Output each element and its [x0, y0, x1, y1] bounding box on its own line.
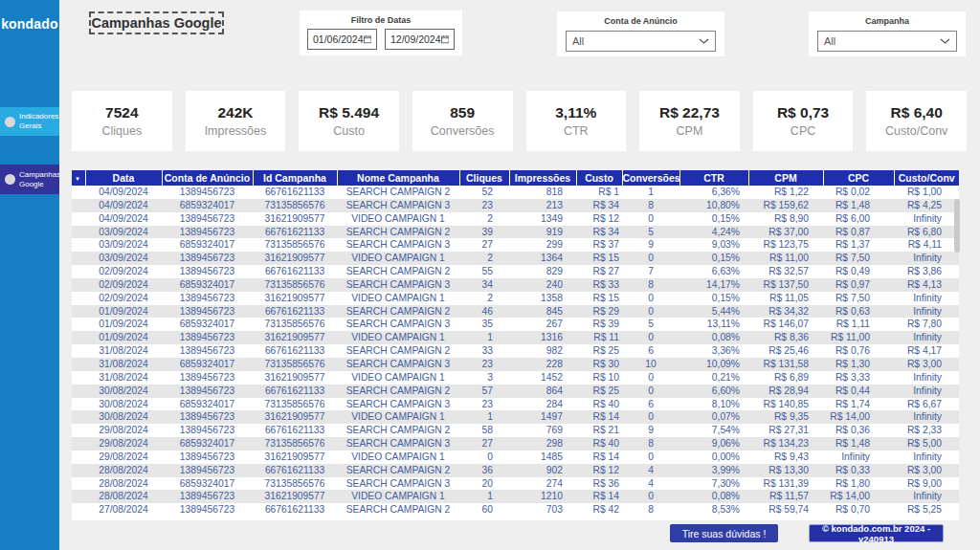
cell-cpc: R$ 0,76 [823, 344, 894, 358]
cell-nome-campanha: SEARCH CAMPAIGN 2 [337, 464, 459, 477]
cell-custo: R$ 12 [576, 464, 622, 477]
table-row[interactable]: 28/08/2024138945672366761621133SEARCH CA… [72, 464, 959, 477]
cell-data: 02/09/2024 [85, 292, 162, 305]
account-filter-panel: Conta de Anúncio All [557, 11, 724, 56]
table-row[interactable]: 31/08/2024685932401773135856576SEARCH CA… [72, 358, 959, 371]
cell-cliques: 3 [459, 371, 509, 385]
cell-custo-conv: R$ 7,80 [894, 318, 959, 331]
column-header-conversoes[interactable]: Conversões [622, 170, 679, 186]
table-row[interactable]: 02/09/2024685932401773135856576SEARCH CA… [72, 278, 959, 292]
sort-column-header[interactable]: ▼ [72, 170, 85, 186]
cell-cpc: R$ 14,00 [823, 490, 894, 503]
cell-cliques: 36 [459, 464, 509, 477]
cell-id-campanha: 73135856576 [253, 477, 337, 491]
column-header-impressoes[interactable]: Impressões [509, 170, 576, 186]
sidebar-item-campanhas-google[interactable]: Campanhas Google [0, 165, 59, 194]
cell-cliques: 55 [459, 265, 509, 278]
vertical-scrollbar-thumb[interactable] [954, 199, 960, 253]
row-margin-cell [72, 199, 85, 212]
table-row[interactable]: 30/08/2024685932401773135856576SEARCH CA… [72, 398, 959, 411]
sidebar: kondado Indicadores Gerais Campanhas Goo… [0, 0, 59, 550]
table-row[interactable]: 03/09/2024138945672331621909577VIDEO CAM… [72, 252, 959, 265]
table-row[interactable]: 04/09/2024685932401773135856576SEARCH CA… [72, 199, 959, 212]
cell-ctr: 3,36% [679, 344, 748, 358]
cell-data: 28/08/2024 [85, 490, 162, 503]
cell-cpc: R$ 1,48 [823, 199, 894, 212]
cell-id-campanha: 31621909577 [253, 292, 337, 305]
date-start-input[interactable]: 01/06/2024 [307, 29, 377, 50]
table-row[interactable]: 02/09/2024138945672331621909577VIDEO CAM… [72, 292, 959, 305]
cell-conversoes: 10 [622, 358, 679, 371]
cell-cpm: R$ 37,00 [748, 226, 823, 239]
table-row[interactable]: 29/08/2024138945672331621909577VIDEO CAM… [72, 451, 959, 464]
cell-conta-de-anuncio: 6859324017 [162, 278, 253, 292]
cell-conta-de-anuncio: 1389456723 [162, 410, 253, 424]
cell-cpc: R$ 3,33 [823, 371, 894, 385]
cell-custo: R$ 34 [576, 226, 622, 239]
table-header-row: ▼ DataConta de AnúncioId CampanhaNome Ca… [72, 170, 959, 186]
cell-data: 04/09/2024 [85, 186, 162, 199]
date-filter-panel: Filtro de Datas 01/06/2024 12/09/2024 [300, 11, 462, 55]
column-header-conta-de-anuncio[interactable]: Conta de Anúncio [162, 170, 253, 186]
column-header-nome-campanha[interactable]: Nome Campanha [337, 170, 459, 186]
cell-conversoes: 9 [622, 238, 679, 252]
table-row[interactable]: 28/08/2024138945672331621909577VIDEO CAM… [72, 490, 959, 503]
cell-custo: R$ 34 [576, 199, 622, 212]
table-row[interactable]: 01/09/2024138945672366761621133SEARCH CA… [72, 305, 959, 319]
cell-custo: R$ 25 [576, 385, 622, 398]
cell-impressoes: 1497 [509, 410, 576, 424]
row-margin-cell [72, 503, 85, 517]
sort-arrow-icon[interactable]: ▼ [75, 176, 80, 182]
campaign-filter-select[interactable]: All [817, 31, 957, 52]
cell-cpc: R$ 0,49 [823, 265, 894, 278]
cell-cliques: 0 [459, 451, 509, 464]
cell-data: 30/08/2024 [85, 410, 162, 424]
cell-cpm: R$ 25,46 [748, 344, 823, 358]
column-header-custo[interactable]: Custo [576, 170, 622, 186]
table-row[interactable]: 30/08/2024138945672331621909577VIDEO CAM… [72, 410, 959, 424]
column-header-cpm[interactable]: CPM [748, 170, 823, 186]
cell-ctr: 0,15% [679, 292, 748, 305]
table-row[interactable]: 27/08/2024138945672366761621133SEARCH CA… [72, 503, 959, 517]
table-row[interactable]: 03/09/2024138945672366761621133SEARCH CA… [72, 226, 959, 239]
cell-custo: R$ 39 [576, 318, 622, 331]
column-header-cliques[interactable]: Cliques [459, 170, 509, 186]
account-filter-select[interactable]: All [566, 31, 716, 52]
table-row[interactable]: 01/09/2024138945672331621909577VIDEO CAM… [72, 331, 959, 344]
sidebar-item-label: Campanhas Google [19, 170, 60, 188]
table-row[interactable]: 01/09/2024685932401773135856576SEARCH CA… [72, 318, 959, 331]
column-header-cpc[interactable]: CPC [823, 170, 894, 186]
column-header-data[interactable]: Data [85, 170, 162, 186]
cell-conta-de-anuncio: 6859324017 [162, 318, 253, 331]
sidebar-item-indicadores-gerais[interactable]: Indicadores Gerais [0, 107, 59, 136]
table-row[interactable]: 04/09/2024138945672331621909577VIDEO CAM… [72, 212, 959, 226]
cell-ctr: 6,60% [679, 385, 748, 398]
copyright-button[interactable]: © kondado.com.br 2024 - v240913 [809, 524, 944, 542]
cell-ctr: 10,09% [679, 358, 748, 371]
cell-custo: R$ 30 [576, 358, 622, 371]
table-row[interactable]: 28/08/2024685932401773135856576SEARCH CA… [72, 477, 959, 491]
row-margin-cell [72, 437, 85, 451]
cell-nome-campanha: SEARCH CAMPAIGN 2 [337, 503, 459, 517]
cell-conta-de-anuncio: 1389456723 [162, 186, 253, 199]
column-header-custo-conv[interactable]: Custo/Conv [894, 170, 959, 186]
cell-cpm: R$ 131,39 [748, 477, 823, 491]
help-button[interactable]: Tire suas dúvidas ! [670, 524, 778, 542]
column-header-ctr[interactable]: CTR [679, 170, 748, 186]
cell-ctr: 9,06% [679, 437, 748, 451]
cell-conversoes: 5 [622, 226, 679, 239]
column-header-id-campanha[interactable]: Id Campanha [253, 170, 337, 186]
cell-ctr: 0,07% [679, 410, 748, 424]
table-row[interactable]: 31/08/2024138945672366761621133SEARCH CA… [72, 344, 959, 358]
table-row[interactable]: 03/09/2024685932401773135856576SEARCH CA… [72, 238, 959, 252]
table-row[interactable]: 31/08/2024138945672331621909577VIDEO CAM… [72, 371, 959, 385]
table-row[interactable]: 04/09/2024138945672366761621133SEARCH CA… [72, 186, 959, 199]
table-row[interactable]: 29/08/2024138945672366761621133SEARCH CA… [72, 424, 959, 437]
table-row[interactable]: 02/09/2024138945672366761621133SEARCH CA… [72, 265, 959, 278]
cell-conta-de-anuncio: 6859324017 [162, 199, 253, 212]
table-row[interactable]: 29/08/2024685932401773135856576SEARCH CA… [72, 437, 959, 451]
cell-id-campanha: 66761621133 [253, 385, 337, 398]
cell-conversoes: 0 [622, 305, 679, 319]
table-row[interactable]: 30/08/2024138945672366761621133SEARCH CA… [72, 385, 959, 398]
date-end-input[interactable]: 12/09/2024 [385, 29, 455, 50]
